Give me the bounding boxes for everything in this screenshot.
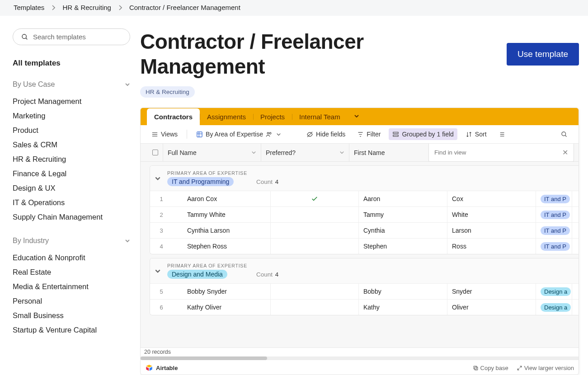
cell-first-name[interactable]: Kathy: [359, 300, 447, 315]
find-in-view[interactable]: ✕: [428, 144, 574, 162]
sidebar-item[interactable]: Project Management: [13, 94, 130, 108]
breadcrumb-templates[interactable]: Templates: [14, 4, 44, 11]
horizontal-scrollbar[interactable]: [141, 356, 579, 360]
sidebar-item[interactable]: IT & Operations: [13, 195, 130, 210]
table-row[interactable]: 1 Aaron Cox Aaron Cox IT and P: [150, 191, 579, 206]
sidebar-item[interactable]: Education & Nonprofit: [13, 250, 130, 265]
sidebar-item[interactable]: Small Business: [13, 308, 130, 323]
cell-first-name[interactable]: Aaron: [359, 191, 447, 206]
sidebar-item[interactable]: Personal: [13, 294, 130, 308]
group-count: Count 4: [256, 178, 278, 185]
svg-rect-12: [393, 135, 398, 136]
cell-preferred[interactable]: [271, 300, 359, 315]
cell-last-name[interactable]: White: [447, 207, 536, 222]
table-viewport[interactable]: Full Name Preferred? First Name: [141, 144, 579, 347]
view-larger-button[interactable]: View larger version: [517, 365, 574, 371]
cell-full-name[interactable]: Kathy Oliver: [173, 300, 271, 315]
sidebar-item[interactable]: Media & Entertainment: [13, 279, 130, 294]
hide-fields-button[interactable]: Hide fields: [303, 128, 349, 140]
find-input[interactable]: [434, 149, 558, 156]
cell-preferred[interactable]: [271, 207, 359, 222]
sidebar-item[interactable]: Product: [13, 123, 130, 137]
cell-area[interactable]: Design a: [536, 300, 572, 315]
views-button[interactable]: Views: [148, 128, 181, 140]
sidebar-item[interactable]: Design & UX: [13, 181, 130, 195]
col-preferred[interactable]: Preferred?: [261, 144, 349, 161]
grid-icon: [196, 131, 203, 138]
cell-preferred[interactable]: [271, 284, 359, 299]
tab-internal-team[interactable]: Internal Team: [292, 108, 348, 125]
col-full-name[interactable]: Full Name: [163, 144, 261, 161]
group-pill: IT and Programming: [167, 177, 234, 186]
row-height-button[interactable]: [495, 129, 509, 140]
chevron-right-icon: [52, 5, 55, 10]
tab-assignments[interactable]: Assignments: [200, 108, 253, 125]
cell-last-name[interactable]: Larson: [447, 223, 536, 238]
cell-last-name[interactable]: Cox: [447, 191, 536, 206]
sidebar-item[interactable]: Finance & Legal: [13, 166, 130, 181]
breadcrumb-current: Contractor / Freelancer Management: [129, 4, 240, 11]
industry-list: Education & NonprofitReal EstateMedia & …: [13, 250, 130, 337]
cell-preferred[interactable]: [271, 239, 359, 254]
cell-area[interactable]: Design a: [536, 284, 572, 299]
row-number: 3: [150, 223, 173, 238]
cell-full-name[interactable]: Aaron Cox: [173, 191, 271, 206]
select-all-cell[interactable]: [141, 144, 163, 161]
svg-line-20: [565, 135, 566, 136]
search-input-wrap[interactable]: [13, 28, 130, 45]
area-pill: IT and P: [541, 195, 570, 203]
cell-area[interactable]: IT and P: [536, 191, 572, 206]
cell-full-name[interactable]: Tammy White: [173, 207, 271, 222]
table-row[interactable]: 4 Stephen Ross Stephen Ross IT and P: [150, 238, 579, 254]
group-button[interactable]: Grouped by 1 field: [389, 128, 457, 140]
table-row[interactable]: 6 Kathy Oliver Kathy Oliver Design a: [150, 299, 579, 315]
tab-contractors[interactable]: Contractors: [147, 108, 200, 125]
tab-more[interactable]: [348, 108, 366, 125]
search-button[interactable]: [557, 129, 571, 140]
industry-toggle[interactable]: By Industry: [13, 237, 130, 245]
search-input[interactable]: [33, 33, 122, 41]
cell-first-name[interactable]: Bobby: [359, 284, 447, 299]
table-row[interactable]: 2 Tammy White Tammy White IT and P: [150, 206, 579, 222]
group-header[interactable]: PRIMARY AREA OF EXPERTISE IT and Program…: [150, 166, 579, 191]
category-tag[interactable]: HR & Recruiting: [140, 86, 195, 98]
sidebar-item[interactable]: Sales & CRM: [13, 137, 130, 152]
cell-area[interactable]: IT and P: [536, 207, 572, 222]
sidebar-item[interactable]: Startup & Venture Capital: [13, 323, 130, 337]
cell-area[interactable]: IT and P: [536, 239, 572, 254]
use-case-list: Project ManagementMarketingProductSales …: [13, 94, 130, 224]
use-template-button[interactable]: Use template: [507, 43, 579, 66]
filter-button[interactable]: Filter: [353, 128, 384, 140]
group-header[interactable]: PRIMARY AREA OF EXPERTISE Design and Med…: [150, 258, 579, 283]
cell-first-name[interactable]: Cynthia: [359, 223, 447, 238]
area-pill: IT and P: [541, 211, 570, 219]
table-row[interactable]: 3 Cynthia Larson Cynthia Larson IT and P: [150, 222, 579, 238]
all-templates-link[interactable]: All templates: [13, 59, 130, 68]
use-case-toggle[interactable]: By Use Case: [13, 80, 130, 89]
cell-last-name[interactable]: Oliver: [447, 300, 536, 315]
cell-first-name[interactable]: Stephen: [359, 239, 447, 254]
sidebar-item[interactable]: HR & Recruiting: [13, 152, 130, 166]
sidebar-item[interactable]: Supply Chain Management: [13, 210, 130, 224]
sort-button[interactable]: Sort: [462, 128, 490, 140]
group-count: Count 4: [256, 271, 278, 278]
cell-preferred[interactable]: [271, 191, 359, 206]
cell-full-name[interactable]: Cynthia Larson: [173, 223, 271, 238]
breadcrumb-category[interactable]: HR & Recruiting: [62, 4, 111, 11]
cell-full-name[interactable]: Stephen Ross: [173, 239, 271, 254]
cell-first-name[interactable]: Tammy: [359, 207, 447, 222]
cell-preferred[interactable]: [271, 223, 359, 238]
sidebar-item[interactable]: Real Estate: [13, 265, 130, 279]
cell-full-name[interactable]: Bobby Snyder: [173, 284, 271, 299]
sidebar-item[interactable]: Marketing: [13, 108, 130, 123]
cell-area[interactable]: IT and P: [536, 223, 572, 238]
close-icon[interactable]: ✕: [562, 148, 568, 157]
table-row[interactable]: 5 Bobby Snyder Bobby Snyder Design a: [150, 283, 579, 299]
cell-last-name[interactable]: Ross: [447, 239, 536, 254]
col-first-name[interactable]: First Name: [349, 144, 438, 161]
airtable-brand[interactable]: Airtable: [145, 364, 178, 372]
view-selector[interactable]: By Area of Expertise: [193, 128, 286, 140]
cell-last-name[interactable]: Snyder: [447, 284, 536, 299]
copy-base-button[interactable]: Copy base: [473, 365, 508, 371]
tab-projects[interactable]: Projects: [253, 108, 292, 125]
